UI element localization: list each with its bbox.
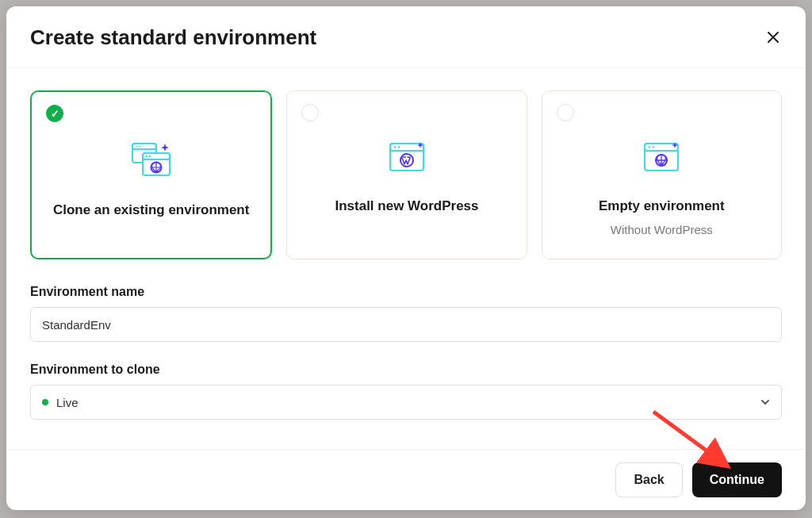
env-name-label: Environment name — [30, 285, 782, 299]
empty-env-icon — [643, 142, 680, 175]
radio-selected[interactable] — [46, 105, 63, 122]
close-button[interactable] — [764, 28, 782, 48]
svg-point-2 — [136, 146, 137, 148]
svg-point-17 — [653, 146, 655, 148]
option-subtitle: Without WordPress — [611, 223, 713, 236]
clone-env-icon — [132, 143, 171, 179]
options-row: Clone an existing environment — [30, 90, 782, 259]
env-clone-select[interactable]: Live — [30, 385, 782, 420]
option-title: Clone an existing environment — [53, 201, 250, 219]
modal-header: Create standard environment — [6, 6, 806, 68]
modal-footer: Back Continue — [6, 449, 806, 510]
env-clone-value: Live — [56, 396, 79, 409]
wordpress-icon — [389, 142, 425, 175]
back-button[interactable]: Back — [615, 462, 682, 497]
radio-unselected[interactable] — [301, 104, 319, 121]
modal-body: Clone an existing environment — [6, 68, 806, 449]
radio-unselected[interactable] — [557, 104, 574, 121]
option-title: Install new WordPress — [335, 198, 478, 215]
svg-point-7 — [148, 155, 150, 157]
svg-point-12 — [398, 146, 400, 148]
env-clone-label: Environment to clone — [30, 363, 782, 377]
create-env-modal: Create standard environment — [6, 6, 806, 510]
env-name-input[interactable] — [30, 307, 782, 342]
env-name-field: Environment name — [30, 285, 782, 342]
svg-point-11 — [394, 146, 396, 148]
status-dot-icon — [42, 399, 48, 405]
option-empty-env[interactable]: Empty environment Without WordPress — [542, 90, 782, 259]
svg-point-3 — [139, 146, 140, 148]
option-clone-existing[interactable]: Clone an existing environment — [30, 90, 272, 259]
close-icon — [768, 32, 779, 43]
option-new-wordpress[interactable]: Install new WordPress — [286, 90, 527, 259]
continue-button[interactable]: Continue — [692, 462, 782, 497]
option-title: Empty environment — [599, 198, 725, 215]
modal-title: Create standard environment — [30, 25, 316, 50]
svg-point-6 — [145, 155, 147, 157]
svg-point-16 — [649, 146, 651, 148]
env-clone-field: Environment to clone Live — [30, 363, 782, 420]
